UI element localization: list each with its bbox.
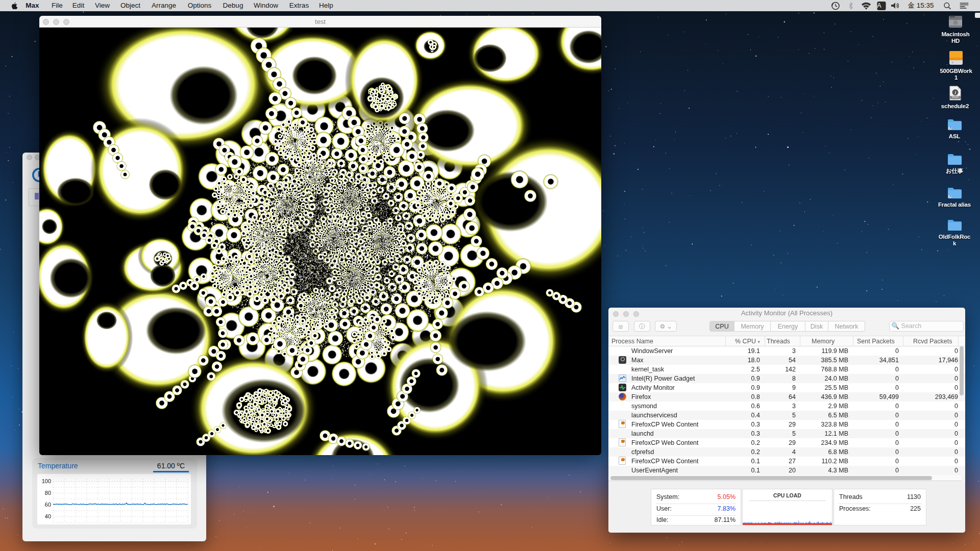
svg-text:J: J <box>954 90 957 95</box>
svg-text:TEXT: TEXT <box>951 96 959 99</box>
